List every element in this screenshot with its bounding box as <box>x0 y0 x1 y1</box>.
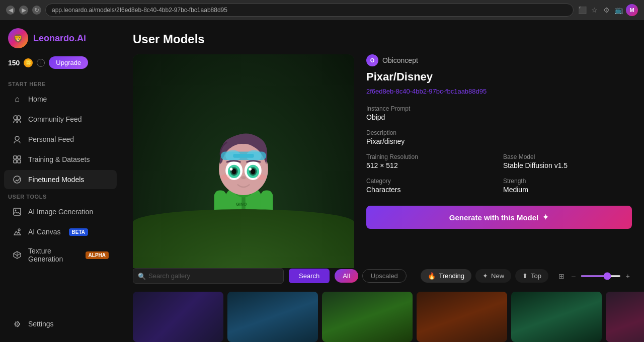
settings-icon: ⚙ <box>12 319 22 329</box>
instance-prompt-label: Instance Prompt <box>366 105 632 112</box>
beta-badge: BETA <box>69 228 88 236</box>
model-image-container: GINO <box>133 54 354 260</box>
forward-button[interactable]: ▶ <box>19 6 28 15</box>
sidebar-item-home[interactable]: ⌂ Home <box>4 90 117 109</box>
gallery-thumb-5[interactable] <box>511 292 602 342</box>
search-input[interactable] <box>133 268 284 284</box>
sidebar-label-texture: Texture Generation <box>28 247 77 263</box>
creator-name: Obiconcept <box>382 56 418 64</box>
gallery-thumb-3[interactable] <box>322 292 413 342</box>
svg-point-9 <box>15 210 17 211</box>
generate-button[interactable]: Generate with this Model ✦ <box>366 206 632 229</box>
main-content: User Models <box>121 20 644 342</box>
upgrade-button[interactable]: Upgrade <box>49 56 88 69</box>
sort-trending[interactable]: 🔥 Trending <box>421 269 471 283</box>
sidebar-item-settings[interactable]: ⚙ Settings <box>4 314 117 333</box>
svg-rect-6 <box>18 160 21 163</box>
sort-top[interactable]: ⬆ Top <box>515 269 548 283</box>
sidebar-item-personal-feed[interactable]: Personal Feed <box>4 130 117 149</box>
logo-text: Leonardo.Ai <box>33 33 86 44</box>
training-res-value: 512 × 512 <box>366 161 495 169</box>
model-id: 2f6ed8eb-8c40-4bb2-97bc-fbc1aab88d95 <box>366 88 632 95</box>
extensions-icon[interactable]: ⬛ <box>578 6 587 15</box>
strength-label: Strength <box>503 178 632 185</box>
browser-actions: ⬛ ☆ ⚙ 📺 M <box>578 4 638 16</box>
settings-icon[interactable]: ⚙ <box>602 6 611 15</box>
personal-feed-icon <box>12 134 22 144</box>
profile-avatar[interactable]: M <box>626 4 638 16</box>
cast-icon[interactable]: 📺 <box>614 6 623 15</box>
trending-icon: 🔥 <box>428 272 436 280</box>
svg-rect-3 <box>14 156 17 159</box>
filter-tabs: All Upscaled <box>335 269 407 283</box>
filter-upscaled[interactable]: Upscaled <box>362 269 407 283</box>
sidebar-item-canvas[interactable]: AI Canvas BETA <box>4 222 117 241</box>
start-here-label: Start Here <box>0 77 121 89</box>
texture-icon <box>12 250 22 260</box>
character-image: GINO <box>133 54 354 268</box>
sort-new[interactable]: ✦ New <box>475 269 511 283</box>
gallery-thumb-2[interactable] <box>227 292 318 342</box>
zoom-slider[interactable] <box>581 275 621 277</box>
browser-chrome: ◀ ▶ ↻ app.leonardo.ai/models/2f6ed8eb-8c… <box>0 0 644 20</box>
trending-label: Trending <box>439 272 464 280</box>
grid-controls: ⊞ – + <box>556 270 632 282</box>
creator-row: O Obiconcept <box>366 54 632 66</box>
training-icon <box>12 154 22 164</box>
sidebar-item-community-feed[interactable]: Community Feed <box>4 110 117 129</box>
page-title: User Models <box>121 20 644 54</box>
url-bar[interactable]: app.leonardo.ai/models/2f6ed8eb-8c40-4bb… <box>45 4 574 17</box>
svg-point-1 <box>17 116 21 120</box>
gallery-thumbnail-row <box>133 292 632 342</box>
zoom-in-button[interactable]: + <box>624 270 632 282</box>
gallery-thumb-1[interactable] <box>133 292 223 342</box>
creator-initial: O <box>370 57 375 63</box>
svg-point-39 <box>249 167 252 170</box>
search-wrapper: 🔍 <box>133 268 284 284</box>
training-resolution-section: Training Resolution 512 × 512 <box>366 153 495 169</box>
logo: 🦁 Leonardo.Ai <box>0 28 121 56</box>
gallery-thumb-6[interactable] <box>606 292 644 342</box>
user-tools-label: User Tools <box>0 190 121 202</box>
top-label: Top <box>531 272 541 280</box>
sidebar-label-finetuned: Finetuned Models <box>28 176 84 184</box>
grass-ground <box>133 209 354 268</box>
star-icon[interactable]: ☆ <box>590 6 599 15</box>
svg-rect-8 <box>14 208 21 215</box>
generate-btn-icon: ✦ <box>542 213 549 222</box>
filter-all[interactable]: All <box>335 269 358 283</box>
canvas-icon <box>12 227 22 237</box>
model-image: GINO <box>133 54 354 268</box>
details-grid: Training Resolution 512 × 512 Base Model… <box>366 153 632 194</box>
sidebar-label-community: Community Feed <box>28 115 82 123</box>
home-icon: ⌂ <box>12 94 22 104</box>
back-button[interactable]: ◀ <box>6 6 15 15</box>
alpha-badge: ALPHA <box>86 251 109 259</box>
sidebar-item-finetuned[interactable]: Finetuned Models <box>4 170 117 189</box>
app-body: 🦁 Leonardo.Ai 150 🪙 i Upgrade Start Here… <box>0 20 644 342</box>
category-label: Category <box>366 178 495 185</box>
creator-avatar: O <box>366 54 378 66</box>
sidebar-item-image-generation[interactable]: AI Image Generation <box>4 202 117 221</box>
instance-prompt-section: Instance Prompt Obipd <box>366 105 632 121</box>
info-icon[interactable]: i <box>37 59 45 67</box>
content-area: GINO O Obiconcept Pixar/Disney 2f6ed8eb-… <box>121 54 644 268</box>
sidebar-item-training[interactable]: Training & Datasets <box>4 150 117 169</box>
model-name: Pixar/Disney <box>366 70 632 83</box>
base-model-section: Base Model Stable Diffusion v1.5 <box>503 153 632 169</box>
sidebar: 🦁 Leonardo.Ai 150 🪙 i Upgrade Start Here… <box>0 20 121 342</box>
search-button[interactable]: Search <box>289 269 330 283</box>
svg-point-10 <box>18 229 20 231</box>
gallery-thumb-4[interactable] <box>417 292 507 342</box>
sidebar-item-texture[interactable]: Texture Generation ALPHA <box>4 242 117 268</box>
svg-point-42 <box>257 175 266 180</box>
gallery-section: 🔍 Search All Upscaled 🔥 Trending ✦ New <box>121 268 644 342</box>
svg-point-2 <box>15 136 19 140</box>
sidebar-label-image-gen: AI Image Generation <box>28 208 93 216</box>
search-icon: 🔍 <box>138 272 146 280</box>
grid-view-button[interactable]: ⊞ <box>556 270 567 282</box>
zoom-out-button[interactable]: – <box>570 270 578 282</box>
refresh-button[interactable]: ↻ <box>32 6 41 15</box>
url-text: app.leonardo.ai/models/2f6ed8eb-8c40-4bb… <box>52 7 227 14</box>
community-feed-icon <box>12 114 22 124</box>
